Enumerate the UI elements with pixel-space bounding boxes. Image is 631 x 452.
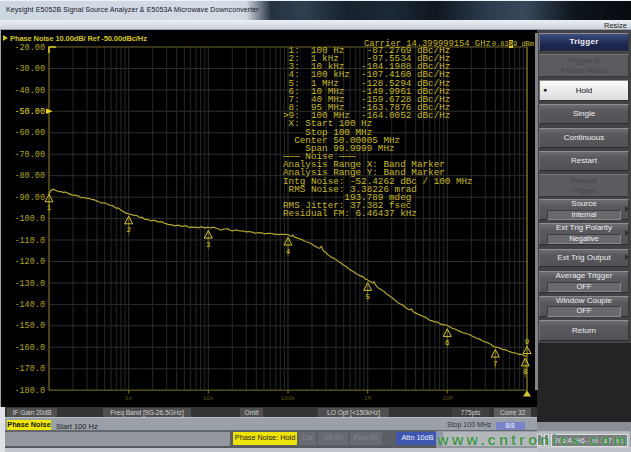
svg-text:4: 4 (286, 248, 291, 256)
svg-text:-150.0: -150.0 (14, 321, 45, 331)
svg-text:9: 9 (525, 338, 530, 346)
svg-text:-170.0: -170.0 (14, 364, 45, 374)
svg-text:-140.0: -140.0 (14, 300, 45, 310)
svg-text:-130.0: -130.0 (14, 279, 45, 289)
svg-text:-180.0: -180.0 (14, 386, 45, 396)
svg-text:-20.00: -20.00 (14, 43, 45, 53)
svg-text:1: 1 (47, 204, 52, 212)
svg-text:-90.00: -90.00 (14, 193, 45, 203)
svg-text:-70.00: -70.00 (14, 150, 45, 160)
svg-text:-50.00: -50.00 (14, 107, 45, 117)
svg-text:3: 3 (206, 241, 211, 249)
svg-text:1k: 1k (125, 395, 133, 402)
svg-text:-160.0: -160.0 (14, 343, 45, 353)
svg-text:-80.00: -80.00 (14, 171, 45, 181)
svg-text:5: 5 (365, 293, 370, 301)
svg-text:6: 6 (445, 339, 450, 347)
svg-text:-110.0: -110.0 (14, 236, 45, 246)
svg-text:-40.00: -40.00 (14, 86, 45, 96)
svg-text:10M: 10M (442, 395, 453, 402)
svg-text:7: 7 (493, 360, 498, 368)
svg-text:2: 2 (126, 226, 131, 234)
svg-text:100k: 100k (281, 395, 296, 402)
svg-text:-30.00: -30.00 (14, 64, 45, 74)
svg-text:10k: 10k (203, 395, 214, 402)
svg-text:8: 8 (523, 368, 528, 376)
svg-text:1M: 1M (364, 395, 372, 402)
svg-text:-60.00: -60.00 (14, 128, 45, 138)
svg-text:-120.0: -120.0 (14, 257, 45, 267)
svg-text:-100.0: -100.0 (14, 214, 45, 224)
